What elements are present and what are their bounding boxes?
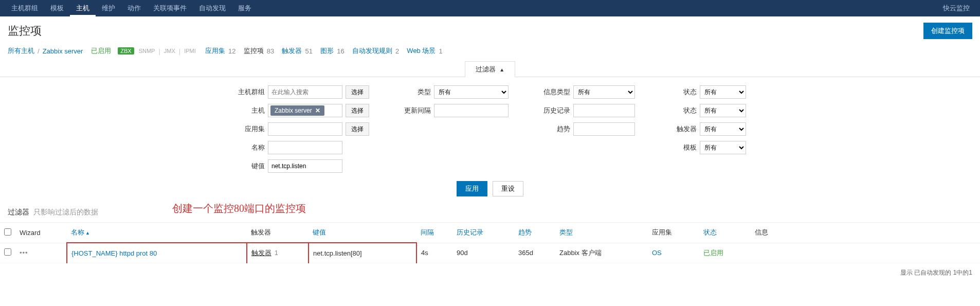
arrow-up-icon: ▲ [499, 67, 504, 73]
breadcrumb-allhosts[interactable]: 所有主机 [8, 46, 34, 56]
filter-panel: 主机群组 选择 主机 Zabbix server ✕ 选择 应用集 选择 名称 … [0, 77, 980, 177]
infotype-select[interactable]: 所有 [573, 85, 635, 99]
template-select[interactable]: 所有 [700, 141, 746, 154]
triggers-select[interactable]: 所有 [700, 122, 746, 136]
trend-input[interactable] [573, 122, 635, 136]
footer-count: 显示 已自动发现的 1中的1 [0, 263, 980, 282]
col-trend[interactable]: 趋势 [514, 223, 555, 243]
tag-zbx: ZBX [118, 47, 134, 55]
wizard-menu-icon[interactable]: ••• [20, 249, 28, 257]
label-interval: 更新间隔 [400, 106, 431, 115]
tag-snmp: SNMP [137, 47, 157, 55]
tag-ipmi: IPMI [183, 47, 197, 55]
host-select-button[interactable]: 选择 [346, 104, 369, 117]
hostgroup-input[interactable] [268, 85, 342, 99]
nav-services[interactable]: 服务 [232, 0, 258, 16]
appset-select-button[interactable]: 选择 [346, 122, 369, 136]
state-select[interactable]: 所有 [700, 85, 746, 99]
label-state: 状态 [666, 87, 697, 97]
items-table: Wizard 名称▲ 触发器 键值 间隔 历史记录 趋势 类型 应用集 状态 信… [0, 222, 980, 263]
crumb-items[interactable]: 监控项 [244, 46, 264, 56]
label-infotype: 信息类型 [539, 87, 570, 97]
col-wizard: Wizard [15, 223, 67, 243]
select-all-checkbox[interactable] [4, 228, 11, 236]
row-interval: 4s [416, 243, 452, 263]
row-history: 90d [452, 243, 514, 263]
remove-host-icon[interactable]: ✕ [315, 107, 320, 114]
label-history: 历史记录 [539, 106, 570, 115]
row-appset-link[interactable]: OS [652, 249, 662, 257]
col-type[interactable]: 类型 [555, 223, 648, 243]
nav-discovery[interactable]: 自动发现 [193, 0, 232, 16]
crumb-triggers[interactable]: 触发器 [282, 46, 302, 56]
filter-hint-sub: 只影响过滤后的数据 [33, 208, 98, 216]
label-hostgroup: 主机群组 [234, 87, 265, 97]
crumb-discovery[interactable]: 自动发现规则 [352, 46, 392, 56]
col-info: 信息 [751, 223, 980, 243]
key-input[interactable] [268, 159, 342, 173]
brand-label: 快云监控 [938, 4, 975, 13]
col-appset: 应用集 [648, 223, 699, 243]
label-key: 键值 [234, 161, 265, 171]
interval-input[interactable] [434, 104, 509, 117]
filter-toggle[interactable]: 过滤器 ▲ [465, 61, 516, 77]
crumb-graphs[interactable]: 图形 [320, 46, 334, 56]
label-trend: 趋势 [539, 124, 570, 134]
annotation-text: 创建一个监控80端口的监控项 [172, 202, 306, 215]
col-name[interactable]: 名称▲ [67, 223, 247, 243]
apply-button[interactable]: 应用 [457, 181, 487, 196]
crumb-web[interactable]: Web 场景 [407, 46, 435, 56]
nav-templates[interactable]: 模板 [44, 0, 70, 16]
status-select[interactable]: 所有 [700, 104, 746, 117]
nav-actions[interactable]: 动作 [121, 0, 147, 16]
top-nav: 主机群组 模板 主机 维护 动作 关联项事件 自动发现 服务 快云监控 [0, 0, 980, 16]
table-row: ••• {HOST_NAME} httpd prot 80 触发器 1 net.… [0, 243, 980, 263]
item-name-link[interactable]: {HOST_NAME} httpd prot 80 [71, 249, 157, 257]
col-key[interactable]: 键值 [308, 223, 416, 243]
nav-hosts[interactable]: 主机 [70, 0, 96, 16]
reset-button[interactable]: 重设 [493, 181, 523, 196]
label-status: 状态 [666, 106, 697, 115]
label-triggers: 触发器 [666, 124, 697, 134]
filter-hint-label: 过滤器 [8, 208, 29, 216]
col-history[interactable]: 历史记录 [452, 223, 514, 243]
row-trend: 365d [514, 243, 555, 263]
col-status[interactable]: 状态 [699, 223, 751, 243]
create-item-button[interactable]: 创建监控项 [923, 23, 972, 39]
tag-jmx: JMX [162, 47, 177, 55]
nav-maintenance[interactable]: 维护 [96, 0, 121, 16]
page-title: 监控项 [8, 23, 923, 39]
row-checkbox[interactable] [4, 248, 11, 256]
type-select[interactable]: 所有 [434, 85, 509, 99]
label-template: 模板 [666, 143, 697, 152]
host-chip[interactable]: Zabbix server ✕ [270, 105, 324, 116]
nav-hostgroups[interactable]: 主机群组 [5, 0, 44, 16]
name-input[interactable] [268, 141, 342, 154]
label-name: 名称 [234, 143, 265, 152]
appset-input[interactable] [268, 122, 342, 136]
host-status: 已启用 [91, 46, 111, 56]
row-type: Zabbix 客户端 [555, 243, 648, 263]
col-trigger: 触发器 [247, 223, 308, 243]
hostgroup-select-button[interactable]: 选择 [346, 85, 369, 99]
label-host: 主机 [234, 106, 265, 115]
crumb-appset[interactable]: 应用集 [205, 46, 225, 56]
col-interval[interactable]: 间隔 [416, 223, 452, 243]
history-input[interactable] [573, 104, 635, 117]
row-key: net.tcp.listen[80] [308, 243, 416, 263]
breadcrumb: 所有主机 / Zabbix server 已启用 ZBX SNMP| JMX| … [0, 43, 980, 61]
host-input[interactable]: Zabbix server ✕ [268, 104, 342, 117]
sort-asc-icon: ▲ [85, 230, 90, 236]
nav-correlation[interactable]: 关联项事件 [147, 0, 193, 16]
row-trigger-link[interactable]: 触发器 [251, 249, 271, 257]
label-appset: 应用集 [234, 124, 265, 134]
row-status[interactable]: 已启用 [703, 249, 723, 257]
label-type: 类型 [400, 87, 431, 97]
breadcrumb-host[interactable]: Zabbix server [43, 47, 83, 55]
